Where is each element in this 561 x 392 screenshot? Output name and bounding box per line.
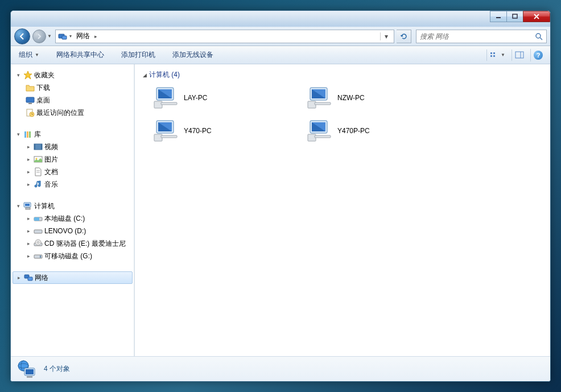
svg-rect-22	[41, 144, 42, 150]
svg-rect-51	[161, 135, 177, 138]
address-dropdown[interactable]: ▾	[380, 32, 391, 40]
video-icon	[34, 142, 43, 151]
explorer-window: ▼ ▾ 网络 ▸ ▾ 组织 ▼ 网络和共享中心 添加打印机 添加无线设备	[10, 10, 551, 382]
preview-pane-button[interactable]	[512, 49, 527, 61]
svg-rect-37	[40, 255, 41, 258]
close-button[interactable]	[523, 11, 550, 22]
item-label: 桌面	[36, 96, 50, 105]
favorites-header[interactable]: ▾ 收藏夹	[11, 69, 134, 81]
sidebar-item-pictures[interactable]: ▸ 图片	[11, 153, 134, 166]
toolbar-right: ▼ ?	[486, 49, 546, 61]
sidebar-item-music[interactable]: ▸ 音乐	[11, 178, 134, 191]
breadcrumb-sep[interactable]: ▸	[94, 34, 97, 39]
computer-label: 计算机	[34, 201, 55, 211]
sidebar-item-desktop[interactable]: 桌面	[11, 94, 134, 106]
window-controls	[490, 11, 550, 22]
help-icon: ?	[534, 51, 543, 60]
item-label: 图片	[44, 155, 58, 164]
collapse-icon[interactable]: ▾	[15, 203, 22, 209]
collapse-icon[interactable]: ◢	[143, 72, 147, 78]
svg-rect-3	[62, 36, 67, 39]
computer-header[interactable]: ▾ 计算机	[11, 200, 134, 212]
libraries-header[interactable]: ▾ 库	[11, 128, 134, 141]
computer-item[interactable]: LAY-PC	[151, 84, 287, 112]
expand-icon[interactable]: ▸	[26, 169, 32, 175]
group-header[interactable]: ◢ 计算机 (4)	[143, 70, 542, 80]
refresh-button[interactable]	[397, 30, 411, 43]
svg-rect-60	[27, 376, 32, 378]
removable-drive-icon	[34, 251, 43, 261]
view-options-button[interactable]: ▼	[486, 49, 508, 61]
items-grid: LAY-PC NZW-PC Y470-PC	[143, 84, 542, 145]
expand-icon[interactable]: ▸	[26, 144, 32, 150]
search-icon	[535, 32, 543, 40]
navigation-pane: ▾ 收藏夹 下载 桌面 最近访问的位置	[11, 64, 135, 356]
add-printer-button[interactable]: 添加打印机	[118, 48, 159, 62]
star-icon	[23, 71, 32, 80]
network-label: 网络	[35, 273, 48, 283]
computer-item[interactable]: Y470P-PC	[304, 117, 441, 145]
network-group: ▸ 网络	[11, 271, 134, 284]
svg-rect-59	[26, 369, 34, 374]
computer-group: ▾ 计算机 ▸ 本地磁盘 (C:) ▸ LENOVO (D:) ▸	[11, 200, 134, 262]
body: ▾ 收藏夹 下载 桌面 最近访问的位置	[11, 64, 550, 356]
svg-rect-9	[493, 55, 495, 57]
computer-pc-icon	[153, 119, 178, 142]
sidebar-item-drive-c[interactable]: ▸ 本地磁盘 (C:)	[11, 212, 134, 225]
item-label: 音乐	[44, 180, 58, 189]
expand-icon[interactable]: ▸	[26, 181, 32, 188]
group-label: 计算机 (4)	[149, 70, 180, 80]
item-label: 可移动磁盘 (G:)	[44, 251, 92, 261]
expand-icon[interactable]: ▸	[26, 156, 32, 163]
item-label: Y470P-PC	[337, 127, 370, 135]
svg-rect-31	[34, 217, 39, 221]
expand-icon[interactable]: ▸	[26, 228, 32, 234]
svg-rect-28	[25, 204, 30, 206]
svg-rect-47	[315, 102, 331, 105]
item-label: 视频	[44, 142, 58, 152]
titlebar	[11, 11, 550, 27]
history-drop[interactable]: ▾	[69, 34, 72, 39]
sidebar-item-drive-e[interactable]: ▸ CD 驱动器 (E:) 最爱迪士尼	[11, 237, 134, 250]
network-large-icon	[16, 359, 37, 379]
svg-rect-0	[496, 17, 501, 18]
maximize-button[interactable]	[506, 11, 523, 22]
svg-rect-14	[28, 103, 32, 104]
documents-icon	[34, 167, 43, 176]
help-button[interactable]: ?	[530, 49, 546, 61]
minimize-button[interactable]	[490, 11, 507, 22]
nav-history-drop-icon[interactable]: ▼	[47, 34, 52, 39]
collapse-icon[interactable]: ▾	[15, 72, 22, 79]
computer-item[interactable]: Y470-PC	[151, 117, 287, 145]
sidebar-item-drive-g[interactable]: ▸ 可移动磁盘 (G:)	[11, 250, 134, 262]
expand-icon[interactable]: ▸	[26, 253, 32, 259]
add-wireless-button[interactable]: 添加无线设备	[169, 48, 217, 62]
sidebar-item-documents[interactable]: ▸ 文档	[11, 166, 134, 178]
forward-button[interactable]	[32, 30, 46, 43]
computer-pc-icon	[307, 86, 332, 109]
expand-icon[interactable]: ▸	[16, 275, 22, 281]
search-input[interactable]	[420, 32, 535, 40]
sidebar-item-recent[interactable]: 最近访问的位置	[11, 106, 134, 119]
sidebar-item-downloads[interactable]: 下载	[11, 81, 134, 94]
network-sharing-center-button[interactable]: 网络和共享中心	[53, 48, 108, 62]
address-bar[interactable]: ▾ 网络 ▸ ▾	[55, 30, 394, 43]
sidebar-item-drive-d[interactable]: ▸ LENOVO (D:)	[11, 225, 134, 237]
sidebar-item-network[interactable]: ▸ 网络	[13, 271, 133, 284]
organize-menu[interactable]: 组织 ▼	[15, 48, 43, 62]
back-button[interactable]	[14, 28, 30, 44]
breadcrumb-segment[interactable]: 网络	[74, 31, 92, 41]
expand-icon[interactable]: ▸	[26, 216, 32, 222]
collapse-icon[interactable]: ▾	[15, 131, 22, 138]
svg-rect-10	[515, 52, 523, 58]
expand-icon[interactable]: ▸	[26, 241, 32, 247]
search-box[interactable]	[416, 30, 547, 43]
computer-item[interactable]: NZW-PC	[304, 84, 441, 112]
libraries-label: 库	[34, 130, 41, 139]
content-pane: ◢ 计算机 (4) LAY-PC NZW-PC	[135, 64, 550, 356]
chevron-down-icon: ▼	[35, 52, 39, 57]
svg-rect-39	[28, 277, 32, 280]
command-bar: 组织 ▼ 网络和共享中心 添加打印机 添加无线设备 ▼ ?	[11, 46, 550, 64]
sidebar-item-videos[interactable]: ▸ 视频	[11, 141, 134, 153]
item-label: 本地磁盘 (C:)	[44, 214, 85, 224]
